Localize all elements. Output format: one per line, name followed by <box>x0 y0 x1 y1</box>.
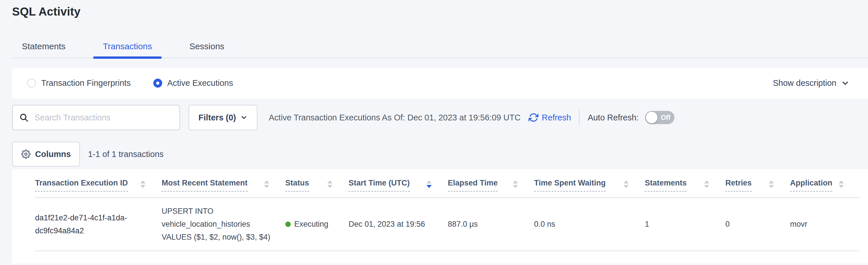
column-header-elapsed-time[interactable]: Elapsed Time <box>448 179 534 191</box>
status-label: Executing <box>294 218 329 231</box>
auto-refresh-label: Auto Refresh: <box>588 113 639 123</box>
sort-icon[interactable] <box>264 179 269 188</box>
cell-elapsed-time: 887.0 µs <box>448 218 534 231</box>
refresh-label: Refresh <box>542 113 571 123</box>
tab-bar: Statements Transactions Sessions <box>12 40 868 58</box>
filters-button[interactable]: Filters (0) <box>189 105 257 130</box>
column-header-status[interactable]: Status <box>285 179 348 191</box>
sort-icon[interactable] <box>141 179 146 188</box>
column-header-statements[interactable]: Statements <box>645 179 725 191</box>
sort-icon[interactable] <box>839 179 844 188</box>
tab-sessions[interactable]: Sessions <box>180 40 234 58</box>
cell-most-recent-statement: UPSERT INTO vehicle_location_histories V… <box>162 205 285 244</box>
sort-icon[interactable] <box>327 179 333 188</box>
column-header-transaction-execution-id[interactable]: Transaction Execution ID <box>35 179 162 191</box>
columns-label: Columns <box>35 150 71 159</box>
sql-activity-page: SQL Activity Statements Transactions Ses… <box>0 0 868 265</box>
sort-icon[interactable] <box>769 179 774 188</box>
page-title: SQL Activity <box>12 5 81 18</box>
columns-button[interactable]: Columns <box>12 142 80 166</box>
table-row[interactable]: da1f21e2-de71-4c1f-a1da-dc9fc94a84a2 UPS… <box>35 198 860 251</box>
search-box[interactable] <box>12 105 180 130</box>
result-count: 1-1 of 1 transactions <box>88 150 164 159</box>
refresh-button[interactable]: Refresh <box>529 113 571 123</box>
as-of-timestamp: Active Transaction Executions As Of: Dec… <box>269 113 521 123</box>
status-executing-dot-icon <box>285 221 291 227</box>
column-header-time-spent-waiting[interactable]: Time Spent Waiting <box>534 179 645 191</box>
radio-transaction-fingerprints[interactable]: Transaction Fingerprints <box>27 78 131 88</box>
radio-circle-icon[interactable] <box>27 79 36 87</box>
column-header-application[interactable]: Application <box>790 179 860 191</box>
transactions-table: Transaction Execution ID Most Recent Sta… <box>12 169 868 264</box>
cell-start-time: Dec 01, 2023 at 19:56 <box>348 218 448 231</box>
table-controls: Columns 1-1 of 1 transactions <box>12 142 164 166</box>
tab-transactions[interactable]: Transactions <box>93 40 162 58</box>
chevron-down-icon <box>240 114 248 121</box>
column-header-most-recent-statement[interactable]: Most Recent Statement <box>162 179 285 191</box>
sort-icon[interactable] <box>513 179 518 188</box>
table-header-row: Transaction Execution ID Most Recent Sta… <box>35 169 860 198</box>
sort-icon[interactable] <box>704 179 709 188</box>
search-input[interactable] <box>34 113 173 123</box>
tab-statements[interactable]: Statements <box>12 40 75 58</box>
cell-transaction-execution-id[interactable]: da1f21e2-de71-4c1f-a1da-dc9fc94a84a2 <box>35 211 162 237</box>
column-header-start-time[interactable]: Start Time (UTC) <box>348 179 448 191</box>
cell-application: movr <box>790 218 860 231</box>
sort-icon[interactable] <box>623 179 629 188</box>
sort-icon[interactable] <box>427 179 432 188</box>
toolbar-divider <box>579 109 580 126</box>
refresh-icon <box>529 113 538 123</box>
radio-label: Transaction Fingerprints <box>41 78 131 88</box>
view-mode-card: Transaction Fingerprints Active Executio… <box>12 68 868 99</box>
cell-retries: 0 <box>725 218 790 231</box>
radio-circle-icon[interactable] <box>153 79 162 87</box>
cell-status: Executing <box>285 218 348 231</box>
toggle-state-label: Off <box>661 114 671 122</box>
filters-label: Filters (0) <box>198 113 236 123</box>
toggle-knob[interactable] <box>646 112 657 123</box>
show-description-toggle[interactable]: Show description <box>773 78 849 88</box>
auto-refresh-control: Auto Refresh: Off <box>588 111 674 124</box>
gear-icon <box>21 150 30 159</box>
radio-label: Active Executions <box>167 78 233 88</box>
chevron-down-icon <box>841 79 849 87</box>
cell-time-spent-waiting: 0.0 ns <box>534 218 645 231</box>
search-icon <box>19 113 29 123</box>
cell-statements: 1 <box>645 218 725 231</box>
column-header-retries[interactable]: Retries <box>725 179 790 191</box>
show-description-label: Show description <box>773 78 836 88</box>
toolbar: Filters (0) Active Transaction Execution… <box>12 105 860 130</box>
auto-refresh-toggle[interactable]: Off <box>645 111 675 124</box>
radio-active-executions[interactable]: Active Executions <box>153 78 233 88</box>
